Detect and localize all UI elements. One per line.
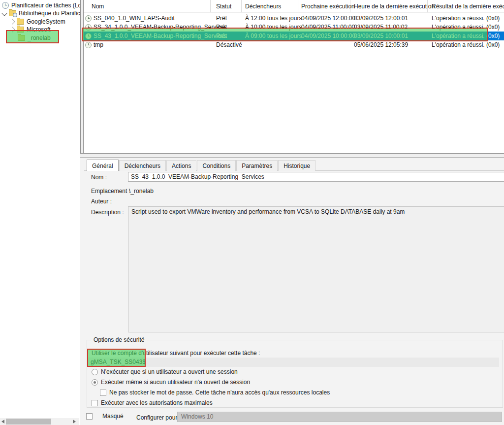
tree-item-label: Planificateur de tâches (Local bbox=[11, 2, 80, 9]
folder-icon bbox=[17, 27, 24, 33]
column-header-statut[interactable]: Statut bbox=[216, 3, 231, 10]
column-separator[interactable] bbox=[427, 0, 428, 12]
configure-for-label: Configurer pour : bbox=[136, 414, 181, 421]
folder-icon bbox=[18, 35, 25, 41]
column-separator[interactable] bbox=[210, 0, 211, 12]
security-options-title: Options de sécurité bbox=[91, 336, 147, 343]
column-header-resultat[interactable]: Résultat de la dernière exécut bbox=[432, 3, 504, 10]
task-last-run: 05/06/2025 12:05:39 bbox=[354, 41, 408, 48]
chevron-right-icon[interactable] bbox=[9, 27, 15, 32]
scroll-right-icon[interactable] bbox=[73, 420, 76, 424]
checkbox-no-password[interactable]: Ne pas stocker le mot de passe. Cette tâ… bbox=[100, 389, 330, 396]
tab-conditions[interactable]: Conditions bbox=[197, 160, 236, 171]
tab-declencheurs[interactable]: Déclencheurs bbox=[119, 160, 166, 171]
tree-item-library[interactable]: Bibliothèque du Planificat bbox=[2, 9, 80, 17]
tab-strip: Général Déclencheurs Actions Conditions … bbox=[87, 160, 316, 171]
tab-historique[interactable]: Historique bbox=[278, 160, 315, 171]
column-header-heure-derniere-execution[interactable]: Heure de la dernière exécution bbox=[354, 3, 435, 10]
task-next-run: 04/09/2025 12:00:00 bbox=[301, 15, 355, 22]
task-list: Nom Statut Déclencheurs Prochaine exécut… bbox=[84, 0, 504, 153]
task-scheduler-window: { "colors": { "selection_blue": "#0078d7… bbox=[0, 0, 504, 425]
tree-item-googlesystem[interactable]: GoogleSystem bbox=[10, 18, 65, 26]
location-value: \_ronelab bbox=[129, 188, 154, 195]
task-last-run: 03/09/2025 12:00:01 bbox=[354, 15, 408, 22]
checkbox-icon[interactable] bbox=[86, 413, 93, 420]
task-status: Prêt bbox=[216, 33, 227, 39]
task-clock-icon bbox=[85, 15, 92, 22]
configure-for-select[interactable]: Windows 10 bbox=[177, 412, 502, 422]
task-next-run: 04/09/2025 11:00:00 bbox=[301, 24, 355, 31]
task-result: L'opération a réussi. (0x0) bbox=[432, 24, 500, 31]
column-header-declencheurs[interactable]: Déclencheurs bbox=[245, 3, 281, 10]
location-label: Emplacement : bbox=[91, 188, 130, 195]
task-clock-icon bbox=[85, 33, 92, 39]
column-separator[interactable] bbox=[298, 0, 298, 12]
chevron-right-icon[interactable] bbox=[9, 19, 15, 24]
run-account-field[interactable]: gMSA_TSK_SS043$ bbox=[88, 358, 499, 367]
radio-run-only-logged-in[interactable]: N'exécuter que si un utilisateur a ouver… bbox=[92, 368, 238, 375]
column-separator[interactable] bbox=[350, 0, 350, 12]
tree-item-label: Microsoft bbox=[27, 26, 51, 33]
task-name: tmp bbox=[94, 41, 103, 48]
task-status: Désactivé bbox=[216, 41, 242, 48]
task-row-selected[interactable]: SS_43_1.0.0_VEEAM-Backup-Reporting_Servi… bbox=[84, 32, 504, 40]
task-name: SS_34_1.0.0_VEEAM-Backup-Reporting_Servi… bbox=[94, 24, 227, 31]
task-trigger: À 09:00 tous les jours bbox=[245, 33, 302, 39]
library-folder-icon bbox=[9, 10, 16, 16]
radio-icon[interactable] bbox=[92, 369, 98, 375]
clock-icon bbox=[2, 2, 9, 9]
tab-parametres[interactable]: Paramètres bbox=[236, 160, 278, 171]
checkbox-icon[interactable] bbox=[92, 400, 98, 406]
scrollbar-thumb[interactable] bbox=[6, 419, 51, 425]
task-name-field[interactable]: SS_43_1.0.0_VEEAM-Backup-Reporting_Servi… bbox=[128, 172, 504, 182]
header-divider bbox=[84, 12, 504, 13]
task-row[interactable]: tmp Désactivé 05/06/2025 12:05:39 L'opér… bbox=[84, 40, 504, 49]
radio-run-whether-logged-in[interactable]: Exécuter même si aucun utilisateur n'a o… bbox=[92, 379, 250, 386]
checkbox-label: Exécuter avec les autorisations maximale… bbox=[101, 399, 213, 406]
tree-item-ronelab[interactable]: _ronelab bbox=[18, 34, 51, 42]
task-clock-icon bbox=[85, 42, 92, 48]
description-field[interactable]: Script used to export VMWare inventory a… bbox=[128, 206, 504, 332]
radio-label: Exécuter même si aucun utilisateur n'a o… bbox=[101, 379, 250, 386]
column-header-prochaine-execution[interactable]: Prochaine exécution bbox=[301, 3, 355, 10]
task-row[interactable]: SS_040_1.0_WIN_LAPS-Audit Prêt À 12:00 t… bbox=[84, 14, 504, 23]
hidden-label: Masqué bbox=[102, 413, 124, 420]
task-result: L'opération a réussi. (0x0) bbox=[432, 15, 500, 22]
tree-item-microsoft[interactable]: Microsoft bbox=[10, 26, 51, 33]
checkbox-highest-privileges[interactable]: Exécuter avec les autorisations maximale… bbox=[92, 399, 213, 406]
task-next-run: 04/09/2025 10:00:00 bbox=[301, 33, 355, 39]
tree-item-label: GoogleSystem bbox=[27, 18, 65, 25]
task-result: L'opération a réussi. (0x0) bbox=[432, 33, 500, 39]
task-trigger: À 12:00 tous les jours bbox=[245, 15, 302, 22]
task-result: L'opération a réussi. (0x0) bbox=[432, 41, 500, 48]
tree-item-label: Bibliothèque du Planificat bbox=[19, 10, 80, 17]
checkbox-label: Ne pas stocker le mot de passe. Cette tâ… bbox=[109, 389, 330, 396]
description-label: Description : bbox=[91, 209, 124, 216]
task-last-run: 03/09/2025 11:00:02 bbox=[354, 24, 408, 31]
task-name: SS_040_1.0_WIN_LAPS-Audit bbox=[94, 15, 175, 22]
chevron-down-icon[interactable] bbox=[1, 10, 7, 16]
folder-icon bbox=[17, 19, 24, 25]
column-separator[interactable] bbox=[241, 0, 242, 12]
tab-actions[interactable]: Actions bbox=[166, 160, 196, 171]
author-label: Auteur : bbox=[91, 198, 112, 205]
task-details-pane: Général Déclencheurs Actions Conditions … bbox=[80, 158, 504, 425]
name-label: Nom : bbox=[91, 174, 107, 181]
horizontal-splitter[interactable] bbox=[80, 153, 504, 158]
tree-item-scheduler-root[interactable]: Planificateur de tâches (Local bbox=[2, 1, 80, 9]
checkbox-hidden[interactable]: Masqué bbox=[86, 413, 124, 420]
task-status: Prêt bbox=[216, 24, 227, 31]
checkbox-icon[interactable] bbox=[100, 390, 106, 396]
column-header-nom[interactable]: Nom bbox=[92, 3, 104, 10]
scroll-left-icon[interactable] bbox=[1, 420, 4, 424]
console-tree-panel: Planificateur de tâches (Local Bibliothè… bbox=[0, 0, 80, 425]
task-status: Prêt bbox=[216, 15, 227, 22]
task-last-run: 03/09/2025 10:00:01 bbox=[354, 33, 408, 39]
radio-label: N'exécuter que si un utilisateur a ouver… bbox=[101, 368, 238, 375]
tab-general[interactable]: Général bbox=[87, 160, 119, 171]
task-row[interactable]: SS_34_1.0.0_VEEAM-Backup-Reporting_Servi… bbox=[84, 23, 504, 32]
task-trigger: À 10:00 tous les jours bbox=[245, 24, 302, 31]
radio-checked-icon[interactable] bbox=[92, 379, 98, 386]
tree-horizontal-scrollbar[interactable] bbox=[0, 418, 79, 425]
task-clock-icon bbox=[85, 24, 92, 31]
